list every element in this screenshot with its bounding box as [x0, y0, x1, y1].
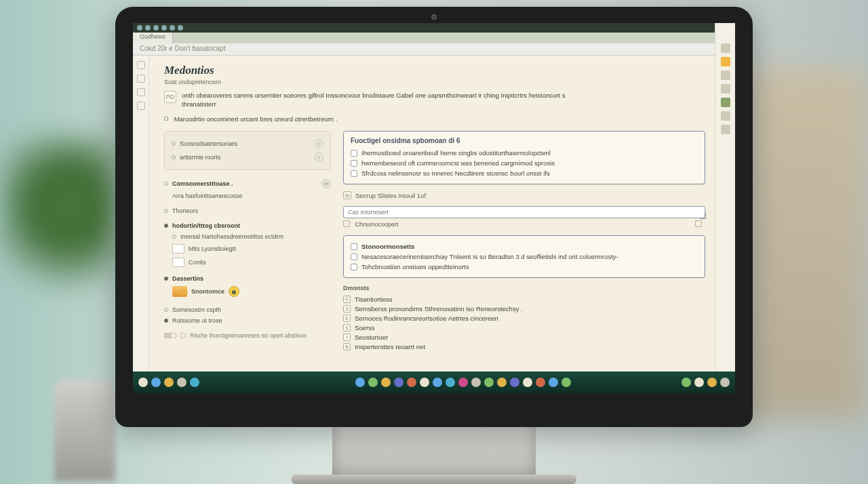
list-header: Dmonsts	[343, 285, 705, 291]
taskbar-icon[interactable]	[394, 378, 403, 387]
toolstrip-icon[interactable]	[137, 75, 145, 83]
list-item[interactable]: Sossrodsatnersoraes i	[172, 137, 323, 150]
checkbox-line[interactable]: Sfrdcoss nelinsenosr so Innerec Necdtire…	[351, 168, 698, 178]
card-title: Fuoctigel onsidma spbomoan di 6	[351, 137, 698, 144]
checkbox-icon[interactable]	[351, 150, 357, 157]
list-item[interactable]: ©Tisantiortiess	[343, 294, 705, 304]
info-card-1: Fuoctigel onsidma spbomoan di 6 Ihermost…	[343, 131, 705, 184]
folder-play-icon	[172, 286, 187, 297]
list-item[interactable]: ESernoces Rodinrancsreortsotioe Aetrtes …	[343, 313, 705, 323]
checkbox-line[interactable]: hwrrembeseord oft comnsroomcst was bener…	[351, 158, 698, 168]
checkbox-icon[interactable]	[351, 243, 357, 250]
list-item[interactable]: §Soerss	[343, 323, 705, 332]
taskbar-icon[interactable]	[458, 378, 468, 387]
tray-icon[interactable]	[137, 25, 142, 31]
list-item[interactable]: Ineesal Nartohassdreereetittss ectdrm	[172, 231, 331, 242]
section-header[interactable]: hodortin/tttog cbsroont	[164, 220, 331, 231]
taskbar-icon[interactable]	[368, 378, 378, 387]
taskbar-icon[interactable]	[561, 378, 571, 387]
toolstrip-icon[interactable]	[721, 70, 730, 80]
taskbar-icon[interactable]	[190, 378, 199, 387]
toolstrip-icon[interactable]	[721, 125, 730, 134]
toolstrip-icon[interactable]	[721, 111, 730, 121]
toolstrip-icon[interactable]	[137, 61, 145, 69]
list-item[interactable]: BInspertersttes reoarrt net	[343, 342, 705, 351]
tray-icon[interactable]	[178, 25, 183, 31]
browser-tabs: Godhews	[133, 33, 735, 43]
checkbox-icon[interactable]	[351, 160, 357, 167]
refresh-icon[interactable]: ⟳	[321, 179, 331, 188]
taskbar-icon[interactable]	[151, 378, 161, 387]
card-line: Tohcbnostiisn onstioes oppedtteinorts	[351, 262, 698, 272]
list-item[interactable]: Conits	[172, 256, 331, 269]
list-item[interactable]: Thoneors	[164, 205, 331, 216]
info-card-2: Stonoormonsetts Nesacesoraecerinentiserc…	[343, 235, 705, 278]
taskbar-icon[interactable]	[510, 378, 519, 387]
toolstrip-icon[interactable]	[721, 57, 730, 66]
taskbar-icon[interactable]	[484, 378, 494, 387]
info-icon[interactable]: i	[314, 153, 323, 162]
list-item[interactable]: Arra hasfointtsamescosse	[172, 190, 331, 201]
toolstrip-icon[interactable]	[721, 43, 730, 53]
tray-icon[interactable]	[161, 25, 167, 31]
taskbar-icon[interactable]	[420, 378, 429, 387]
taskbar	[133, 371, 735, 393]
intro-paragraph: onth obearoveres carens orsemtier soeore…	[182, 91, 566, 108]
checkbox-line[interactable]: Ihermostboed oroareribeull herne cingbs …	[351, 148, 698, 158]
checkbox-icon[interactable]	[351, 254, 357, 260]
list-item[interactable]: Rotssorne ot trose	[164, 315, 331, 326]
taskbar-icon[interactable]	[497, 378, 507, 387]
systray-icon[interactable]	[694, 378, 704, 387]
footer-list: Dmonsts ©Tisantiortiess SSemsberss prono…	[343, 285, 705, 351]
hint-text: Chrsonocoopert	[343, 218, 705, 230]
taskbar-icon[interactable]	[523, 378, 532, 387]
info-icon[interactable]: i	[314, 139, 323, 148]
text-input[interactable]	[343, 206, 705, 218]
list-item[interactable]: >Seostortoer	[343, 332, 705, 342]
taskbar-icon[interactable]	[177, 378, 186, 387]
systray-icon[interactable]	[707, 378, 717, 387]
badge-icon: Is	[343, 191, 351, 199]
taskbar-icon[interactable]	[433, 378, 442, 387]
section-header[interactable]: Comsoonerstttoase . ⟳	[164, 177, 331, 190]
taskbar-icon[interactable]	[549, 378, 558, 387]
toolstrip-icon[interactable]	[137, 102, 145, 110]
taskbar-icon[interactable]	[446, 378, 455, 387]
toolstrip-icon[interactable]	[137, 88, 145, 96]
tray-icon[interactable]	[170, 25, 175, 31]
square-icon	[695, 220, 702, 227]
card-title: Stonoormonsetts	[351, 241, 698, 251]
toolstrip-icon[interactable]	[721, 84, 730, 94]
list-item[interactable]: SSemsberss pronondirns Sthrenosatinn iso…	[343, 304, 705, 313]
taskbar-icon[interactable]	[536, 378, 545, 387]
checkbox-icon[interactable]	[351, 170, 357, 177]
taskbar-icon[interactable]	[471, 378, 481, 387]
start-button[interactable]	[138, 378, 148, 387]
list-item[interactable]: arttsrmie roorts i	[172, 150, 323, 164]
tray-icon[interactable]	[145, 25, 151, 31]
list-item[interactable]: Mits Lyonsttoiegtt	[172, 242, 331, 256]
progress-row: Rische Ihorctignemanreses sic opert abst…	[164, 330, 331, 341]
tray-icon[interactable]	[153, 25, 159, 31]
taskbar-icon[interactable]	[164, 378, 174, 387]
taskbar-icon[interactable]	[355, 378, 365, 387]
window-title-bar: Cokd 20r e Don't basatocapt Hink	[133, 43, 735, 56]
systray-icon[interactable]	[682, 378, 691, 387]
bullet-icon	[164, 117, 168, 121]
window-title: Cokd 20r e Don't basatocapt	[140, 45, 225, 52]
systray-icon[interactable]	[720, 378, 730, 387]
tab-active[interactable]: Godhews	[133, 33, 173, 43]
taskbar-icon[interactable]	[381, 378, 391, 387]
folder-item[interactable]: Snontomce ☻	[172, 284, 331, 299]
toolstrip-icon[interactable]	[721, 98, 730, 107]
left-column: Sossrodsatnersoraes i arttsrmie roorts i…	[164, 131, 331, 341]
taskbar-icon[interactable]	[407, 378, 416, 387]
checkbox-icon[interactable]	[351, 264, 357, 270]
section-header[interactable]: Dassertins	[164, 273, 331, 284]
intro-paragraph-2: Maroodrtin oncominert orcant bres oreord…	[164, 115, 705, 123]
right-toolstrip	[715, 23, 735, 371]
list-item[interactable]: Somesostrn cspth	[164, 304, 331, 315]
intro-badge: PD	[164, 91, 176, 103]
thumbnail-icon	[172, 258, 184, 267]
field-label: Secrup Slistes Iniouil 1of	[355, 192, 426, 199]
